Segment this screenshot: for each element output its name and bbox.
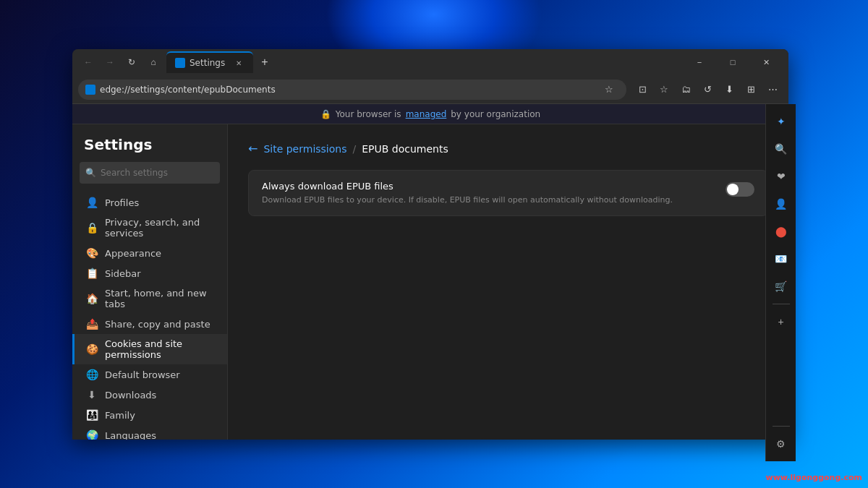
setting-description: Download EPUB files to your device. If d… [262, 194, 714, 205]
breadcrumb-back-button[interactable]: ← [248, 142, 258, 155]
nav-label-default-browser: Default browser [105, 369, 180, 380]
nav-label-share: Share, copy and paste [105, 319, 210, 330]
nav-item-family[interactable]: 👨‍👩‍👧 Family [72, 405, 227, 425]
browser-window: ← → ↻ ⌂ Settings ✕ + − □ ✕ [72, 49, 788, 440]
close-button[interactable]: ✕ [749, 51, 783, 74]
breadcrumb-separator: / [352, 143, 356, 155]
nav-label-cookies: Cookies and site permissions [105, 338, 216, 360]
extensions-button[interactable]: ⊞ [741, 80, 761, 100]
nav-label-start: Start, home, and new tabs [105, 288, 216, 309]
watermark: www.ligonggong.com [766, 473, 863, 482]
always-download-setting: Always download EPUB files Download EPUB… [262, 181, 754, 205]
nav-label-sidebar: Sidebar [105, 268, 141, 279]
nav-item-downloads[interactable]: ⬇ Downloads [72, 385, 227, 405]
settings-sidebar: Settings 🔍 👤 Profiles 🔒 Privacy, search,… [72, 124, 228, 440]
search-icon: 🔍 [85, 168, 96, 178]
downloads-nav-icon: ⬇ [86, 389, 98, 401]
home-button[interactable]: ⌂ [143, 52, 163, 72]
right-sidebar: ✦ 🔍 ❤ 👤 ⬤ 📧 🛒 + ⚙ [765, 104, 796, 461]
refresh-button[interactable]: ↻ [122, 52, 142, 72]
breadcrumb: ← Site permissions / EPUB documents [248, 142, 768, 155]
address-bar-icons: ☆ [599, 80, 619, 100]
url-text: edge://settings/content/epubDocuments [100, 85, 595, 95]
nav-item-profiles[interactable]: 👤 Profiles [72, 192, 227, 213]
breadcrumb-current: EPUB documents [362, 143, 448, 155]
nav-item-start[interactable]: 🏠 Start, home, and new tabs [72, 283, 227, 314]
sidebar-separator-2 [773, 426, 790, 427]
always-download-toggle[interactable] [726, 182, 754, 197]
info-text-before: Your browser is [336, 109, 401, 119]
desktop: ← → ↻ ⌂ Settings ✕ + − □ ✕ [0, 0, 868, 488]
setting-info: Always download EPUB files Download EPUB… [262, 181, 714, 205]
nav-item-languages[interactable]: 🌍 Languages [72, 425, 227, 440]
epub-settings-card: Always download EPUB files Download EPUB… [248, 170, 768, 216]
more-sidebar-button[interactable]: + [768, 309, 794, 335]
shopping-sidebar-button[interactable]: 🛒 [768, 273, 794, 299]
search-box[interactable]: 🔍 [80, 162, 220, 184]
nav-item-appearance[interactable]: 🎨 Appearance [72, 243, 227, 263]
address-bar[interactable]: edge://settings/content/epubDocuments ☆ [78, 80, 626, 100]
outlook-sidebar-button[interactable]: 📧 [768, 246, 794, 272]
info-icon: 🔒 [320, 109, 331, 119]
nav-label-languages: Languages [105, 430, 156, 440]
title-bar: ← → ↻ ⌂ Settings ✕ + − □ ✕ [72, 49, 788, 75]
info-text-after: by your organization [451, 109, 540, 119]
nav-item-default-browser[interactable]: 🌐 Default browser [72, 364, 227, 385]
split-screen-button[interactable]: ⊡ [632, 80, 652, 100]
setting-title: Always download EPUB files [262, 181, 714, 192]
cookies-icon: 🍪 [86, 343, 98, 355]
info-bar: 🔒 Your browser is managed by your organi… [72, 104, 788, 124]
history-button[interactable]: ↺ [697, 80, 718, 100]
nav-label-downloads: Downloads [105, 390, 156, 401]
profile-sidebar-button[interactable]: 👤 [768, 191, 794, 217]
nav-item-sidebar[interactable]: 📋 Sidebar [72, 263, 227, 283]
more-button[interactable]: ⋯ [762, 80, 783, 100]
forward-button[interactable]: → [100, 52, 120, 72]
sidebar-title: Settings [72, 133, 227, 162]
nav-label-appearance: Appearance [105, 248, 161, 259]
new-tab-button[interactable]: + [255, 52, 275, 72]
search-input[interactable] [101, 168, 214, 178]
nav-item-share[interactable]: 📤 Share, copy and paste [72, 314, 227, 334]
tab-favicon [175, 58, 185, 68]
back-button[interactable]: ← [78, 52, 98, 72]
share-icon: 📤 [86, 318, 98, 330]
default-browser-icon: 🌐 [86, 369, 98, 380]
main-area: Settings 🔍 👤 Profiles 🔒 Privacy, search,… [72, 124, 788, 440]
office-sidebar-button[interactable]: ⬤ [768, 218, 794, 244]
tab-label: Settings [190, 58, 225, 68]
restore-button[interactable]: □ [716, 51, 749, 74]
breadcrumb-link[interactable]: Site permissions [263, 143, 346, 155]
window-controls: − □ ✕ [683, 51, 783, 74]
nav-label-privacy: Privacy, search, and services [105, 217, 216, 239]
minimize-button[interactable]: − [683, 51, 716, 74]
tab-close-button[interactable]: ✕ [233, 57, 244, 69]
settings-tab[interactable]: Settings ✕ [166, 51, 253, 73]
search-sidebar-button[interactable]: 🔍 [768, 136, 794, 162]
sidebar-separator [773, 304, 790, 304]
tab-bar: Settings ✕ + [166, 51, 680, 73]
privacy-icon: 🔒 [86, 222, 98, 234]
sidebar-icon: 📋 [86, 267, 98, 279]
nav-item-privacy[interactable]: 🔒 Privacy, search, and services [72, 213, 227, 243]
downloads-button[interactable]: ⬇ [719, 80, 739, 100]
copilot-sidebar-button[interactable]: ✦ [768, 108, 794, 134]
favorites-sidebar-button[interactable]: ❤ [768, 163, 794, 189]
profiles-icon: 👤 [86, 197, 98, 208]
collections-button[interactable]: 🗂 [676, 80, 696, 100]
favorites-button[interactable]: ☆ [654, 80, 674, 100]
family-icon: 👨‍👩‍👧 [86, 409, 98, 421]
nav-label-family: Family [105, 410, 135, 421]
nav-label-profiles: Profiles [105, 197, 139, 208]
content-area: ← Site permissions / EPUB documents Alwa… [228, 124, 788, 440]
nav-item-cookies[interactable]: 🍪 Cookies and site permissions [72, 334, 227, 364]
star-button[interactable]: ☆ [599, 80, 619, 100]
start-icon: 🏠 [86, 293, 98, 304]
toolbar-icons: ⊡ ☆ 🗂 ↺ ⬇ ⊞ ⋯ [632, 80, 783, 100]
languages-icon: 🌍 [86, 429, 98, 440]
sidebar-settings-button[interactable]: ⚙ [768, 431, 794, 457]
appearance-icon: 🎨 [86, 247, 98, 259]
address-bar-row: edge://settings/content/epubDocuments ☆ … [72, 75, 788, 104]
managed-link[interactable]: managed [406, 109, 447, 119]
site-icon [85, 85, 95, 95]
